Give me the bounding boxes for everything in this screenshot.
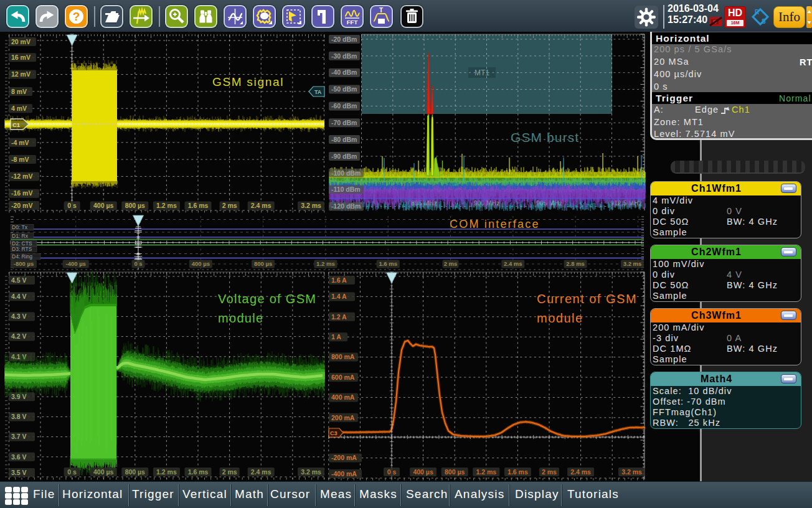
svg-text:-12 mV: -12 mV xyxy=(11,172,32,180)
svg-text:1.6 ms: 1.6 ms xyxy=(188,468,209,476)
svg-text:-400 mA: -400 mA xyxy=(331,470,357,477)
svg-text:1.4 A: 1.4 A xyxy=(331,293,347,300)
svg-text:-80 dBm: -80 dBm xyxy=(331,136,357,143)
svg-text:400 µs: 400 µs xyxy=(413,468,433,476)
svg-text:FFT: FFT xyxy=(347,19,358,26)
svg-text:1.2 ms: 1.2 ms xyxy=(476,468,496,476)
svg-text:-120 dBm: -120 dBm xyxy=(331,202,361,210)
svg-text:4 mV: 4 mV xyxy=(11,105,27,112)
svg-text:TA: TA xyxy=(314,89,322,95)
svg-text:D1: Rx: D1: Rx xyxy=(12,233,29,239)
svg-text:400 mA: 400 mA xyxy=(331,393,355,401)
svg-text:module: module xyxy=(218,311,263,325)
svg-text:3.7 V: 3.7 V xyxy=(11,433,27,440)
svg-text:1.6 ms: 1.6 ms xyxy=(379,260,397,267)
svg-text:C3: C3 xyxy=(330,430,338,436)
svg-text:3.5 V: 3.5 V xyxy=(11,469,27,476)
svg-text:800 µs: 800 µs xyxy=(445,468,465,476)
svg-text:T: T xyxy=(379,7,383,14)
svg-text:4.2 V: 4.2 V xyxy=(11,332,27,340)
svg-text:Current of GSM: Current of GSM xyxy=(537,292,637,306)
svg-text:MT1: MT1 xyxy=(474,68,489,77)
svg-text:1.2 ms: 1.2 ms xyxy=(316,260,335,267)
svg-text:module: module xyxy=(537,311,583,325)
svg-text:-400 µs: -400 µs xyxy=(65,260,85,267)
svg-text:-8 mV: -8 mV xyxy=(11,156,29,163)
svg-text:D3: RTS: D3: RTS xyxy=(12,246,32,252)
svg-text:-60 dBm: -60 dBm xyxy=(331,102,357,110)
svg-text:400 µs: 400 µs xyxy=(93,202,113,209)
svg-text:-30 dBm: -30 dBm xyxy=(331,52,357,60)
svg-text:0 s: 0 s xyxy=(67,468,77,476)
svg-text:600 mA: 600 mA xyxy=(331,374,355,381)
svg-text:3.2 ms: 3.2 ms xyxy=(623,260,642,267)
svg-text:800 µs: 800 µs xyxy=(125,202,145,209)
svg-text:-16 mV: -16 mV xyxy=(11,189,32,197)
svg-text:-800 µs: -800 µs xyxy=(14,260,34,267)
svg-text:1.6 ms: 1.6 ms xyxy=(507,468,528,476)
svg-text:D2: CTS: D2: CTS xyxy=(12,240,32,247)
svg-text:2 ms: 2 ms xyxy=(222,468,237,476)
svg-text:3.2 ms: 3.2 ms xyxy=(301,468,321,476)
svg-text:2.4 ms: 2.4 ms xyxy=(251,202,271,209)
svg-text:2.4 ms: 2.4 ms xyxy=(570,468,591,476)
svg-text:D0: Tx: D0: Tx xyxy=(12,224,28,230)
svg-text:400 µs: 400 µs xyxy=(93,468,113,476)
svg-text:2 ms: 2 ms xyxy=(222,202,237,209)
svg-text:3.2 ms: 3.2 ms xyxy=(301,202,321,209)
svg-text:0 s: 0 s xyxy=(134,260,142,267)
svg-text:4.5 V: 4.5 V xyxy=(11,276,27,284)
svg-text:1.2 A: 1.2 A xyxy=(331,313,347,321)
svg-text:D4: Ring: D4: Ring xyxy=(12,253,32,260)
svg-text:-20 mV: -20 mV xyxy=(11,202,32,209)
svg-text:8 mV: 8 mV xyxy=(11,88,27,95)
svg-text:3.2 ms: 3.2 ms xyxy=(621,468,642,476)
svg-text:0 s: 0 s xyxy=(387,468,397,476)
svg-text:?: ? xyxy=(73,10,80,23)
svg-text:-20 dBm: -20 dBm xyxy=(331,35,357,43)
svg-text:COM interface: COM interface xyxy=(450,218,540,230)
svg-text:GSM burst: GSM burst xyxy=(511,130,579,144)
svg-text:3.6 V: 3.6 V xyxy=(11,453,27,461)
svg-text:2.8 ms: 2.8 ms xyxy=(566,260,585,267)
svg-text:16 mV: 16 mV xyxy=(11,54,31,61)
svg-text:-70 dBm: -70 dBm xyxy=(331,119,357,126)
svg-text:-40 dBm: -40 dBm xyxy=(331,68,357,76)
svg-text:400 µs: 400 µs xyxy=(192,260,210,267)
svg-text:2.4 ms: 2.4 ms xyxy=(504,260,522,267)
svg-text:1.2 ms: 1.2 ms xyxy=(156,202,177,209)
svg-text:-200 mA: -200 mA xyxy=(331,454,357,461)
svg-text:1 A: 1 A xyxy=(331,333,341,341)
svg-text:800 µs: 800 µs xyxy=(125,468,145,476)
svg-text:-50 dBm: -50 dBm xyxy=(331,85,357,93)
svg-text:800 mA: 800 mA xyxy=(331,353,355,360)
svg-text:C1: C1 xyxy=(12,121,21,128)
svg-text:-4 mV: -4 mV xyxy=(11,139,29,146)
svg-text:4.3 V: 4.3 V xyxy=(11,313,27,320)
svg-text:2 ms: 2 ms xyxy=(542,468,557,476)
svg-text:-110 dBm: -110 dBm xyxy=(331,186,361,193)
svg-text:2.4 ms: 2.4 ms xyxy=(251,468,271,476)
svg-text:0 s: 0 s xyxy=(67,202,77,209)
svg-text:4.4 V: 4.4 V xyxy=(11,293,27,300)
svg-text:200 mA: 200 mA xyxy=(331,414,355,421)
svg-text:-90 dBm: -90 dBm xyxy=(331,153,357,160)
svg-text:800 µs: 800 µs xyxy=(254,260,272,267)
svg-text:1.6 A: 1.6 A xyxy=(331,276,347,284)
svg-text:2 ms: 2 ms xyxy=(444,260,458,267)
svg-text:1.2 ms: 1.2 ms xyxy=(156,468,177,476)
svg-text:Voltage of GSM: Voltage of GSM xyxy=(218,292,316,306)
svg-text:GSM signal: GSM signal xyxy=(212,75,284,88)
svg-text:-100 dBm: -100 dBm xyxy=(331,169,361,177)
svg-text:12 mV: 12 mV xyxy=(11,70,31,78)
svg-text:3.8 V: 3.8 V xyxy=(11,413,27,420)
svg-text:1.6 ms: 1.6 ms xyxy=(188,202,209,209)
svg-text:20 mV: 20 mV xyxy=(11,38,31,45)
